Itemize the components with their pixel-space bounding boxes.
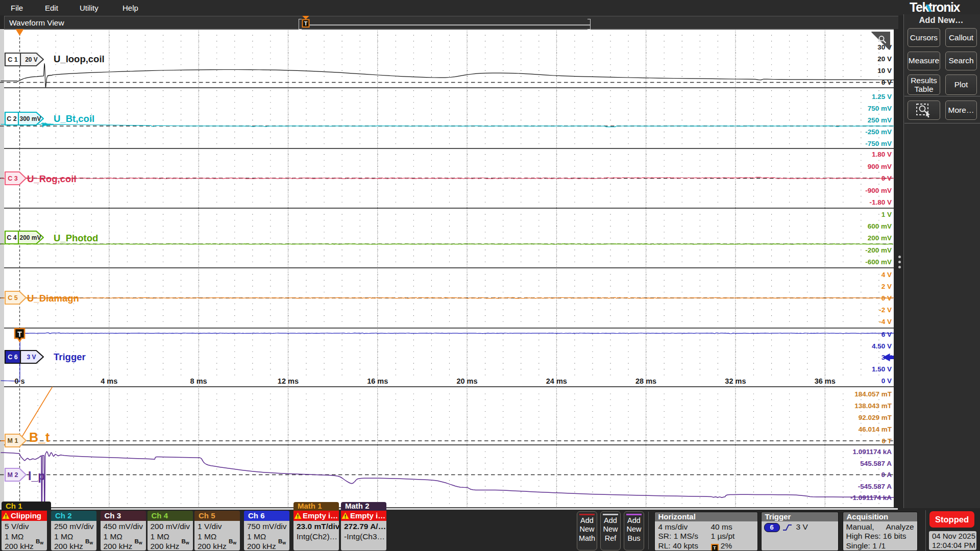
svg-text:545.587 A: 545.587 A: [860, 460, 892, 467]
svg-text:0 V: 0 V: [881, 294, 892, 302]
svg-text:20 V: 20 V: [877, 55, 892, 63]
svg-text:Trigger: Trigger: [54, 352, 86, 362]
svg-text:0 A: 0 A: [881, 471, 892, 479]
svg-text:600 mV: 600 mV: [868, 222, 892, 230]
svg-text:1.50 V: 1.50 V: [872, 365, 892, 373]
svg-text:U_Bt,coil: U_Bt,coil: [54, 113, 94, 124]
svg-text:B_t: B_t: [29, 430, 50, 444]
svg-text:M 1: M 1: [8, 437, 18, 444]
svg-text:1.25 V: 1.25 V: [872, 93, 892, 101]
svg-text:-545.587 A: -545.587 A: [858, 483, 892, 490]
svg-text:T: T: [304, 20, 308, 27]
svg-text:-2 V: -2 V: [879, 306, 892, 314]
svg-text:4 V: 4 V: [881, 271, 892, 279]
svg-text:46.014 mT: 46.014 mT: [859, 425, 892, 433]
svg-text:3 V: 3 V: [27, 354, 36, 361]
svg-text:C 6: C 6: [8, 354, 18, 361]
svg-text:C 4: C 4: [7, 234, 17, 241]
svg-text:250 mV: 250 mV: [868, 116, 892, 124]
svg-text:0 V: 0 V: [881, 377, 892, 385]
svg-text:8 ms: 8 ms: [190, 377, 207, 385]
svg-text:T: T: [17, 330, 22, 338]
svg-text:-600 mV: -600 mV: [865, 258, 892, 266]
svg-text:1.091174 kA: 1.091174 kA: [852, 448, 892, 456]
svg-text:12 ms: 12 ms: [278, 377, 299, 385]
svg-text:24 ms: 24 ms: [546, 377, 567, 385]
svg-text:C 2: C 2: [7, 115, 17, 122]
svg-text:U_Rog,coil: U_Rog,coil: [27, 173, 77, 184]
svg-text:184.057 mT: 184.057 mT: [854, 390, 892, 398]
svg-text:1.80 V: 1.80 V: [872, 151, 892, 158]
svg-text:-4 V: -4 V: [879, 318, 892, 325]
svg-text:C 5: C 5: [8, 294, 18, 302]
svg-text:4.50 V: 4.50 V: [872, 342, 892, 350]
svg-text:U_Photod: U_Photod: [54, 233, 98, 243]
svg-text:U_loop,coil: U_loop,coil: [54, 54, 105, 64]
svg-text:32 ms: 32 ms: [725, 377, 746, 385]
svg-text:20 ms: 20 ms: [456, 377, 477, 385]
svg-text:20 V: 20 V: [25, 56, 38, 63]
svg-text:300 mV: 300 mV: [19, 115, 41, 122]
svg-text:92.029 mT: 92.029 mT: [859, 414, 892, 421]
svg-text:0 s: 0 s: [14, 377, 24, 385]
svg-text:C 3: C 3: [8, 175, 18, 182]
svg-text:0 V: 0 V: [881, 79, 892, 86]
svg-text:138.043 mT: 138.043 mT: [854, 402, 892, 410]
svg-text:1 V: 1 V: [881, 211, 892, 218]
svg-text:200 mV: 200 mV: [868, 234, 892, 242]
svg-text:-1.091174 kA: -1.091174 kA: [850, 494, 892, 502]
svg-text:-250 mV: -250 mV: [865, 128, 892, 136]
svg-text:0 V: 0 V: [881, 174, 892, 182]
svg-text:10 V: 10 V: [877, 67, 892, 74]
svg-text:16 ms: 16 ms: [367, 377, 388, 385]
svg-text:900 mV: 900 mV: [868, 163, 892, 170]
svg-text:-750 mV: -750 mV: [865, 140, 892, 147]
svg-text:6 V: 6 V: [881, 331, 892, 338]
svg-text:0 T: 0 T: [881, 437, 892, 445]
svg-text:I_p: I_p: [28, 469, 45, 483]
svg-text:28 ms: 28 ms: [635, 377, 656, 385]
svg-text:2 V: 2 V: [881, 283, 892, 290]
svg-text:200 mV: 200 mV: [19, 234, 41, 241]
svg-text:750 mV: 750 mV: [868, 105, 892, 112]
svg-text:-200 mV: -200 mV: [865, 246, 892, 254]
svg-text:-1.80 V: -1.80 V: [869, 198, 892, 206]
svg-text:-900 mV: -900 mV: [865, 187, 892, 194]
svg-text:4 ms: 4 ms: [101, 377, 117, 385]
svg-text:U_Diamagn: U_Diamagn: [27, 293, 79, 304]
svg-text:36 ms: 36 ms: [815, 377, 836, 385]
svg-text:M 2: M 2: [8, 471, 18, 479]
svg-text:C 1: C 1: [8, 56, 18, 63]
